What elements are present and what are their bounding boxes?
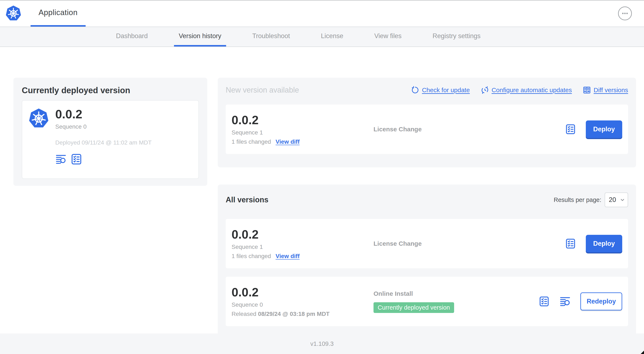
- version-source: Online Install Currently deployed versio…: [374, 290, 538, 313]
- version-rows: 0.0.2 Sequence 1 1 files changed View di…: [226, 219, 628, 326]
- diff-icon: [583, 86, 591, 94]
- app-title: Application: [38, 8, 78, 17]
- version-number: 0.0.2: [232, 228, 374, 241]
- version-source-label: License Change: [374, 126, 565, 133]
- current-version-number: 0.0.2: [55, 107, 152, 121]
- app-tab[interactable]: Application: [30, 0, 86, 27]
- checklist-icon[interactable]: [565, 238, 576, 249]
- configure-automatic-updates-link[interactable]: Configure automatic updates: [481, 86, 572, 94]
- checklist-icon[interactable]: [70, 153, 82, 165]
- redeploy-button[interactable]: Redeploy: [580, 292, 622, 310]
- results-per-page-select[interactable]: 20: [605, 192, 628, 207]
- version-number: 0.0.2: [232, 113, 374, 127]
- kubernetes-logo-icon: [5, 5, 22, 22]
- tab-license[interactable]: License: [316, 27, 348, 47]
- current-version-sequence: Sequence 0: [55, 123, 152, 130]
- all-versions-panel: All versions Results per page: 20 0.0.2 …: [218, 185, 636, 338]
- app-menu-button[interactable]: [618, 7, 632, 20]
- results-per-page-label: Results per page:: [554, 196, 601, 203]
- version-sequence: Sequence 0: [232, 301, 374, 308]
- schedule-update-icon: [481, 86, 489, 94]
- tab-version-history[interactable]: Version history: [174, 27, 226, 47]
- version-number: 0.0.2: [232, 285, 374, 299]
- new-version-title: New version available: [226, 86, 299, 95]
- version-info: 0.0.2 Sequence 1 1 files changed View di…: [232, 113, 374, 145]
- version-row: 0.0.2 Sequence 0 Released08/29/24 @ 03:1…: [226, 277, 628, 326]
- current-version-info: 0.0.2 Sequence 0 Deployed 09/11/24 @ 11:…: [55, 107, 152, 165]
- cursor-artifact: [641, 351, 644, 354]
- ellipsis-icon: [621, 9, 629, 18]
- results-per-page: Results per page: 20: [554, 192, 628, 207]
- tab-dashboard[interactable]: Dashboard: [111, 27, 153, 47]
- new-version-panel: New version available Check for update: [218, 78, 636, 167]
- chevron-down-icon: [620, 197, 625, 203]
- diff-versions-label: Diff versions: [594, 87, 628, 94]
- checklist-icon[interactable]: [538, 296, 550, 307]
- all-versions-title: All versions: [226, 195, 268, 204]
- version-row: 0.0.2 Sequence 1 1 files changed View di…: [226, 219, 628, 268]
- version-source: License Change: [374, 126, 565, 133]
- tab-view-files[interactable]: View files: [370, 27, 406, 47]
- app-header: Application: [0, 0, 644, 27]
- logs-icon[interactable]: [55, 154, 66, 165]
- diff-versions-link[interactable]: Diff versions: [583, 86, 628, 94]
- page-footer: v1.109.3: [0, 333, 644, 354]
- released-timestamp: 08/29/24 @ 03:18 pm MDT: [258, 311, 330, 317]
- version-info: 0.0.2 Sequence 0 Released08/29/24 @ 03:1…: [232, 285, 374, 317]
- new-version-card: 0.0.2 Sequence 1 1 files changed View di…: [226, 105, 628, 154]
- version-actions: Redeploy: [538, 292, 622, 310]
- view-diff-link[interactable]: View diff: [276, 138, 300, 145]
- version-sequence: Sequence 1: [232, 129, 374, 136]
- screen-top-edge: [0, 0, 644, 1]
- files-changed-text: 1 files changed: [232, 253, 271, 259]
- checklist-icon[interactable]: [565, 124, 576, 135]
- version-actions: Deploy: [565, 235, 622, 252]
- logs-icon[interactable]: [560, 296, 571, 307]
- version-source-label: License Change: [374, 240, 565, 247]
- version-source-label: Online Install: [374, 290, 538, 297]
- currently-deployed-badge: Currently deployed version: [374, 302, 454, 313]
- check-for-update-label: Check for update: [422, 87, 470, 94]
- tab-troubleshoot[interactable]: Troubleshoot: [248, 27, 295, 47]
- version-sequence: Sequence 1: [232, 244, 374, 250]
- refresh-icon: [411, 86, 419, 94]
- currently-deployed-panel: Currently deployed version 0.0.2 Sequenc…: [14, 78, 207, 186]
- check-for-update-link[interactable]: Check for update: [411, 86, 470, 94]
- version-actions-links: Check for update Configure automatic upd…: [411, 86, 628, 94]
- deploy-button[interactable]: Deploy: [586, 235, 622, 252]
- view-diff-link[interactable]: View diff: [276, 253, 300, 259]
- app-subnav: Dashboard Version history Troubleshoot L…: [0, 27, 644, 47]
- currently-deployed-title: Currently deployed version: [22, 86, 199, 95]
- version-actions: Deploy: [565, 120, 622, 138]
- released-prefix: Released: [232, 311, 256, 317]
- configure-automatic-updates-label: Configure automatic updates: [492, 87, 572, 94]
- current-version-deployed-timestamp: Deployed 09/11/24 @ 11:02 am MDT: [55, 139, 152, 146]
- console-version: v1.109.3: [310, 340, 334, 347]
- currently-deployed-card: 0.0.2 Sequence 0 Deployed 09/11/24 @ 11:…: [22, 100, 199, 179]
- kubernetes-logo-icon: [28, 107, 50, 130]
- version-info: 0.0.2 Sequence 1 1 files changed View di…: [232, 228, 374, 259]
- files-changed-text: 1 files changed: [232, 138, 271, 145]
- version-source: License Change: [374, 240, 565, 247]
- deploy-button[interactable]: Deploy: [586, 120, 622, 138]
- current-version-actions: [55, 153, 152, 165]
- results-per-page-value: 20: [609, 196, 620, 204]
- tab-registry-settings[interactable]: Registry settings: [428, 27, 485, 47]
